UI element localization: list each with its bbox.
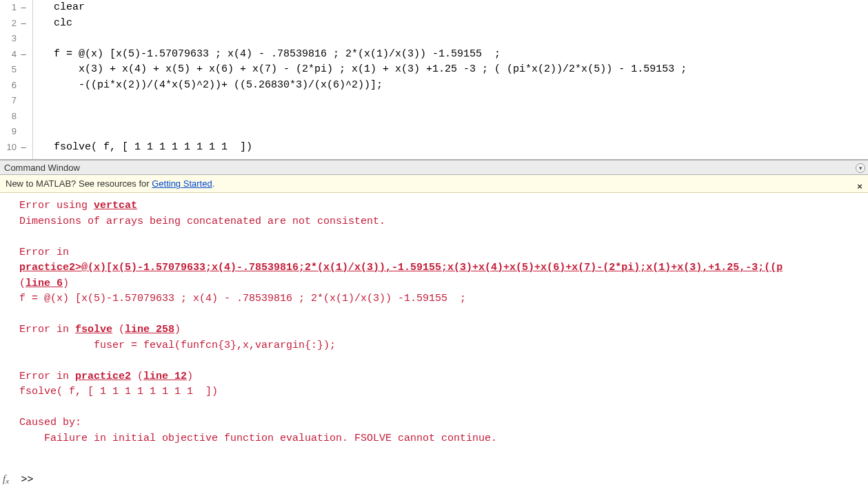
gutter-row: 7 [0, 93, 32, 109]
error-text: Dimensions of arrays being concatenated … [19, 216, 385, 227]
error-text: ) [174, 324, 181, 335]
gutter-row: 2– [0, 16, 32, 32]
error-link-practice2-anon[interactable]: practice2>@(x)[x(5)-1.57079633;x(4)-.785… [19, 262, 783, 273]
code-line[interactable]: -((pi*x(2))/(4*x(5)^2))+ ((5.26830*3)/(x… [33, 78, 868, 94]
line-number: 2 [0, 16, 17, 32]
error-text: Failure in initial objective function ev… [19, 433, 497, 444]
tip-text-prefix: New to MATLAB? See resources for [6, 178, 152, 189]
tip-text-suffix: . [212, 178, 215, 189]
error-text: fuser = feval(funfcn{3},x,varargin{:}); [19, 340, 336, 351]
gutter-row: 9 [0, 124, 32, 140]
error-text: Error in [19, 247, 69, 258]
error-text: ) [63, 278, 69, 289]
error-text: Error using [19, 200, 94, 211]
gutter-row: 1– [0, 0, 32, 16]
error-link-practice2[interactable]: practice2 [75, 371, 131, 382]
panel-menu-icon[interactable]: ▾ [856, 163, 865, 173]
error-text: Error in [19, 324, 75, 335]
gutter-row: 3 [0, 31, 32, 47]
breakpoint-dash[interactable]: – [17, 0, 30, 16]
error-text: ( [19, 278, 26, 289]
editor-pane: 1– 2– 3 4– 5 6 7 8 9 10– clear clc f = @… [0, 0, 868, 160]
line-number: 6 [0, 78, 17, 94]
line-number: 9 [0, 124, 17, 140]
error-link-fsolve[interactable]: fsolve [75, 324, 112, 335]
gutter-row: 5 [0, 62, 32, 78]
code-line[interactable]: clc [33, 16, 868, 32]
error-text: Caused by: [19, 417, 81, 428]
error-text: f = @(x) [x(5)-1.57079633 ; x(4) - .7853… [19, 293, 466, 304]
command-window-title: Command Window [4, 163, 80, 173]
line-number: 1 [0, 0, 17, 16]
gutter-row: 8 [0, 109, 32, 125]
line-number: 4 [0, 47, 17, 63]
editor-gutter: 1– 2– 3 4– 5 6 7 8 9 10– [0, 0, 33, 159]
code-line[interactable] [33, 31, 868, 47]
code-line[interactable] [33, 109, 868, 125]
breakpoint-dash[interactable]: – [17, 47, 30, 63]
error-text: ( [112, 324, 125, 335]
line-number: 3 [0, 31, 17, 47]
code-line[interactable]: fsolve( f, [ 1 1 1 1 1 1 1 1 ]) [33, 140, 868, 156]
code-line[interactable]: x(3) + x(4) + x(5) + x(6) + x(7) - (2*pi… [33, 62, 868, 78]
error-link-line12[interactable]: line 12 [143, 371, 187, 382]
error-text: fsolve( f, [ 1 1 1 1 1 1 1 1 ]) [19, 386, 218, 397]
breakpoint-dash[interactable]: – [17, 140, 30, 156]
getting-started-tip: New to MATLAB? See resources for Getting… [0, 175, 868, 193]
gutter-row: 10– [0, 140, 32, 156]
error-text: ) [187, 371, 193, 382]
gutter-row: 6 [0, 78, 32, 94]
code-line[interactable] [33, 124, 868, 140]
code-line[interactable]: clear [33, 0, 868, 16]
code-line[interactable] [33, 93, 868, 109]
close-icon[interactable]: × [854, 178, 865, 189]
getting-started-link[interactable]: Getting Started [152, 178, 212, 189]
breakpoint-dash[interactable]: – [17, 16, 30, 32]
editor-code-area[interactable]: clear clc f = @(x) [x(5)-1.57079633 ; x(… [33, 0, 868, 159]
error-link-vertcat[interactable]: vertcat [94, 200, 137, 211]
command-prompt-row[interactable]: fx >> [0, 470, 868, 487]
command-window-titlebar: Command Window ▾ [0, 160, 868, 175]
command-window-output[interactable]: Error using vertcat Dimensions of arrays… [0, 193, 868, 446]
line-number: 5 [0, 62, 17, 78]
error-text: Error in [19, 371, 75, 382]
line-number: 10 [0, 140, 17, 156]
command-prompt[interactable]: >> [21, 472, 39, 487]
gutter-row: 4– [0, 47, 32, 63]
code-line[interactable]: f = @(x) [x(5)-1.57079633 ; x(4) - .7853… [33, 47, 868, 63]
line-number: 7 [0, 93, 17, 109]
error-link-line258[interactable]: line 258 [125, 324, 174, 335]
error-link-line6[interactable]: line 6 [26, 278, 63, 289]
fx-icon[interactable]: fx [0, 470, 15, 487]
error-text: ( [131, 371, 143, 382]
line-number: 8 [0, 109, 17, 125]
